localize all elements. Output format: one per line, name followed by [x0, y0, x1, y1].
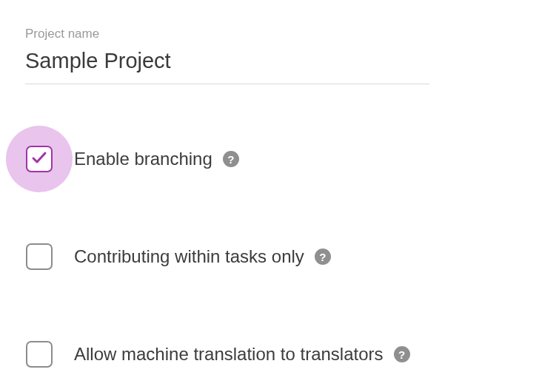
option-enable-branching: Enable branching ?	[25, 145, 514, 173]
options-list: Enable branching ? Contributing within t…	[25, 145, 514, 368]
checkbox-wrap	[25, 340, 53, 368]
option-allow-machine-translation: Allow machine translation to translators…	[25, 340, 514, 368]
option-label: Contributing within tasks only	[74, 246, 304, 267]
checkbox-wrap	[25, 243, 53, 271]
project-name-field: Project name	[25, 27, 514, 84]
allow-machine-translation-checkbox[interactable]	[26, 341, 53, 368]
project-name-input[interactable]	[25, 49, 429, 84]
checkbox-wrap	[25, 145, 53, 173]
checkmark-icon	[30, 149, 48, 169]
help-icon[interactable]: ?	[394, 346, 410, 362]
project-name-label: Project name	[25, 27, 514, 41]
help-icon[interactable]: ?	[315, 249, 331, 265]
option-label: Allow machine translation to translators	[74, 344, 384, 365]
contributing-within-tasks-checkbox[interactable]	[26, 243, 53, 270]
enable-branching-checkbox[interactable]	[26, 146, 53, 172]
option-label: Enable branching	[74, 149, 212, 169]
option-contributing-within-tasks: Contributing within tasks only ?	[25, 243, 514, 271]
help-icon[interactable]: ?	[223, 151, 239, 167]
